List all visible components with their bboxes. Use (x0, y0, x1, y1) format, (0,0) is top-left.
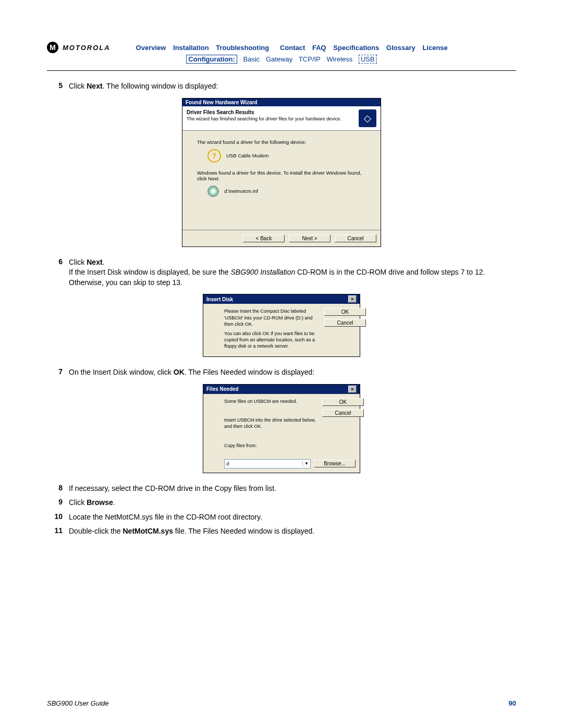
step-number: 9 (47, 498, 69, 506)
insert-disk-title: Insert Disk (206, 297, 233, 302)
browse-button[interactable]: Browse... (314, 460, 356, 467)
files-needed-titlebar: Files Needed × (203, 385, 360, 394)
nav-specs[interactable]: Specifications (333, 44, 379, 52)
insert-disk-titlebar: Insert Disk × (203, 294, 360, 304)
step-9: 9 Click Browse. (47, 498, 516, 508)
question-icon: ? (207, 149, 221, 163)
page-footer: SBG900 User Guide 90 (47, 699, 516, 707)
back-button[interactable]: < Back (243, 235, 285, 242)
files-needed-text: Some files on USBCM are needed. Insert U… (224, 398, 318, 452)
ok-button[interactable]: OK (322, 398, 364, 406)
nav-config-label[interactable]: Configuration: (186, 55, 237, 64)
nav-glossary[interactable]: Glossary (386, 44, 415, 52)
insert-disk-text: Please insert the Compact Disc labeled '… (224, 308, 320, 352)
cancel-button[interactable]: Cancel (322, 409, 364, 417)
files-needed-dialog: Files Needed × Some files on USBCM are n… (203, 384, 360, 473)
wizard-path: d:\netmotcm.inf (224, 188, 258, 194)
insert-disk-dialog: Insert Disk × Please insert the Compact … (203, 294, 360, 357)
step-11: 11 Double-click the NetMotCM.sys file. T… (47, 526, 516, 537)
step-number: 11 (47, 526, 69, 535)
nav-basic[interactable]: Basic (243, 55, 260, 63)
step-5: 5 Click Next. The following window is di… (47, 81, 516, 92)
nav-wireless[interactable]: Wireless (326, 55, 352, 63)
wizard-button-row: < Back Next > Cancel (182, 230, 381, 246)
wizard-header: Driver Files Search Results The wizard h… (182, 106, 381, 131)
step-text: Click Browse. (69, 498, 516, 508)
step-text: On the Insert Disk window, click OK. The… (69, 367, 516, 378)
wizard-heading: Driver Files Search Results (187, 109, 341, 115)
step-number: 6 (47, 257, 69, 266)
nav-tcpip[interactable]: TCP/IP (299, 55, 321, 63)
close-icon[interactable]: × (348, 295, 357, 303)
wizard-titlebar: Found New Hardware Wizard (182, 98, 381, 106)
page-number: 90 (509, 699, 516, 707)
wizard-body: The wizard found a driver for the follow… (182, 131, 381, 230)
copy-from-value: d: (226, 461, 230, 466)
nav-troubleshooting[interactable]: Troubleshooting (216, 44, 269, 52)
nav-overview[interactable]: Overview (136, 44, 166, 52)
motorola-logo-icon: M (47, 42, 58, 53)
nav-contact[interactable]: Contact (280, 44, 305, 52)
step-number: 10 (47, 512, 69, 521)
copy-from-label: Copy files from: (224, 442, 318, 449)
step-number: 8 (47, 484, 69, 492)
files-needed-title: Files Needed (206, 386, 239, 392)
brand-name: MOTOROLA (63, 44, 111, 52)
cd-icon (207, 186, 219, 197)
step-6: 6 Click Next. If the Insert Disk window … (47, 257, 516, 288)
close-icon[interactable]: × (348, 386, 357, 393)
step-text: If necessary, select the CD-ROM drive in… (69, 484, 516, 494)
step-10: 10 Locate the NetMotCM.sys file in the C… (47, 512, 516, 523)
nav-installation[interactable]: Installation (173, 44, 209, 52)
copy-from-select[interactable]: d: ▼ (224, 459, 311, 468)
nav-faq[interactable]: FAQ (312, 44, 326, 52)
cancel-button[interactable]: Cancel (335, 235, 376, 242)
step-text: Click Next. If the Insert Disk window is… (69, 257, 516, 288)
nav-usb-active[interactable]: USB (359, 55, 377, 64)
nav-top: Overview Installation Troubleshooting Co… (133, 44, 450, 52)
page-header: M MOTOROLA Overview Installation Trouble… (47, 42, 516, 53)
hardware-icon: ◇ (359, 109, 376, 127)
ok-button[interactable]: OK (324, 308, 366, 316)
wizard-subheading: The wizard has finished searching for dr… (187, 116, 341, 121)
nav-sub: Configuration: Basic Gateway TCP/IP Wire… (47, 55, 516, 63)
nav-gateway[interactable]: Gateway (266, 55, 292, 63)
step-number: 7 (47, 367, 69, 376)
cancel-button[interactable]: Cancel (324, 319, 366, 327)
header-divider (47, 70, 516, 71)
wizard-device: USB Cable Modem (226, 153, 268, 158)
next-button[interactable]: Next > (289, 235, 331, 242)
step-8: 8 If necessary, select the CD-ROM drive … (47, 484, 516, 494)
wizard-dialog: Found New Hardware Wizard Driver Files S… (182, 98, 381, 247)
guide-name: SBG900 User Guide (47, 699, 109, 707)
step-text: Double-click the NetMotCM.sys file. The … (69, 526, 516, 537)
wizard-line1: The wizard found a driver for the follow… (197, 139, 370, 145)
wizard-title: Found New Hardware Wizard (186, 100, 258, 105)
chevron-down-icon[interactable]: ▼ (302, 461, 309, 466)
step-text: Locate the NetMotCM.sys file in the CD-R… (69, 512, 516, 523)
nav-license[interactable]: License (422, 44, 447, 52)
step-7: 7 On the Insert Disk window, click OK. T… (47, 367, 516, 378)
step-number: 5 (47, 81, 69, 90)
step-text: Click Next. The following window is disp… (69, 81, 516, 92)
wizard-line2: Windows found a driver for this device. … (197, 170, 370, 181)
